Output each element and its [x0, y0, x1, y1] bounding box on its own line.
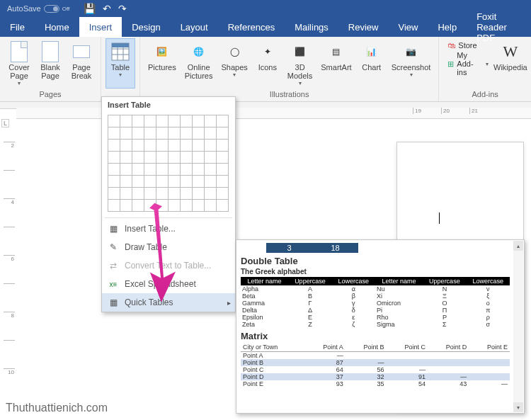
insert-table-header: Insert Table	[102, 97, 235, 113]
table-size-grid[interactable]	[102, 113, 235, 216]
tab-insert[interactable]: Insert	[79, 17, 122, 37]
group-pages: Cover Page▾ Blank Page Page Break Pages	[0, 37, 101, 101]
icons-button[interactable]: ✦Icons	[253, 38, 282, 89]
chevron-down-icon: ▾	[18, 80, 21, 86]
title-bar: AutoSave Off 💾 ↶ ↷	[0, 0, 531, 17]
camera-icon: 📷	[400, 40, 423, 63]
menu-excel-spreadsheet[interactable]: x≡Excel Spreadsheet	[102, 275, 235, 293]
matrix-title: Matrix	[241, 331, 520, 341]
store-icon: 🛍	[447, 41, 455, 50]
screenshot-button[interactable]: 📷Screenshot▾	[388, 38, 435, 89]
cover-page-button[interactable]: Cover Page▾	[4, 38, 34, 89]
group-label: Add-ins	[443, 89, 527, 101]
svg-rect-5	[112, 43, 129, 47]
smartart-icon: ▤	[325, 40, 348, 63]
tab-home[interactable]: Home	[35, 17, 79, 37]
chevron-down-icon: ▾	[410, 72, 413, 78]
table-dropdown: Insert Table ▦Insert Table... ✎Draw Tabl…	[101, 96, 236, 312]
quick-table-icon: ▦	[108, 297, 119, 308]
tab-references[interactable]: References	[218, 17, 285, 37]
watermark: Thuthuattienich.com	[6, 402, 108, 414]
tab-design[interactable]: Design	[122, 17, 170, 37]
autosave-state: Off	[62, 6, 70, 12]
autosave-toggle[interactable]: AutoSave Off	[7, 4, 69, 13]
chevron-down-icon: ▾	[233, 72, 236, 78]
blank-page-button[interactable]: Blank Page	[35, 38, 65, 89]
wikipedia-icon: W	[499, 40, 522, 63]
quick-tables-flyout: 318 Double Table The Greek alphabet Lett…	[236, 239, 525, 414]
text-cursor	[439, 212, 440, 224]
group-illustrations: 🖼️Pictures 🌐Online Pictures ◯Shapes▾ ✦Ic…	[140, 37, 439, 101]
scroll-up-icon[interactable]: ▴	[513, 241, 523, 251]
quick-access-toolbar: 💾 ↶ ↷	[84, 3, 127, 14]
tab-file[interactable]: File	[0, 17, 35, 37]
tab-help[interactable]: Help	[428, 17, 467, 37]
online-picture-icon: 🌐	[188, 40, 210, 63]
menu-quick-tables[interactable]: ▦Quick Tables▸	[102, 293, 235, 312]
chart-button[interactable]: 📊Chart	[357, 38, 387, 89]
menu-insert-table[interactable]: ▦Insert Table...	[102, 220, 235, 238]
tab-mailings[interactable]: Mailings	[285, 17, 338, 37]
chevron-down-icon: ▾	[119, 72, 122, 78]
double-table-title: Double Table	[241, 256, 520, 266]
wikipedia-button[interactable]: WWikipedia	[494, 38, 527, 89]
group-label: Pages	[4, 89, 96, 101]
scroll-down-icon[interactable]: ▾	[513, 402, 523, 412]
chart-icon: 📊	[360, 40, 383, 63]
table-button[interactable]: Table▾	[105, 38, 135, 89]
redo-icon[interactable]: ↷	[118, 3, 127, 14]
toggle-icon	[44, 5, 59, 13]
double-table-sub: The Greek alphabet	[241, 268, 520, 276]
tab-review[interactable]: Review	[338, 17, 389, 37]
icons-icon: ✦	[256, 40, 279, 63]
tab-foxit[interactable]: Foxit Reader PDF	[467, 17, 531, 37]
tab-selector[interactable]: L	[1, 119, 9, 127]
store-button[interactable]: 🛍Store	[447, 41, 488, 50]
online-pictures-button[interactable]: 🌐Online Pictures	[181, 38, 217, 89]
group-tables: Table▾ Tables	[101, 37, 140, 101]
ribbon: Cover Page▾ Blank Page Page Break Pages …	[0, 37, 531, 102]
tab-view[interactable]: View	[388, 17, 428, 37]
chevron-down-icon: ▾	[299, 80, 302, 86]
save-icon[interactable]: 💾	[84, 3, 96, 14]
undo-icon[interactable]: ↶	[103, 3, 111, 14]
convert-icon: ⇄	[108, 260, 119, 271]
ribbon-tabs: File Home Insert Design Layout Reference…	[0, 17, 531, 37]
cube-icon: ⬛	[289, 40, 312, 63]
tab-layout[interactable]: Layout	[171, 17, 218, 37]
pictures-button[interactable]: 🖼️Pictures	[144, 38, 180, 89]
my-addins-button[interactable]: ⊞My Add-ins ▾	[447, 51, 488, 76]
chevron-right-icon: ▸	[227, 299, 231, 307]
matrix-table[interactable]: City or TownPoint APoint BPoint CPoint D…	[241, 343, 510, 387]
addin-icon: ⊞	[447, 59, 454, 69]
horizontal-ruler: 192021	[16, 108, 531, 119]
flyout-scrollbar[interactable]: ▴ ▾	[513, 241, 523, 412]
vertical-ruler: 246810	[4, 142, 15, 392]
excel-icon: x≡	[108, 278, 119, 290]
menu-draw-table[interactable]: ✎Draw Table	[102, 238, 235, 256]
picture-icon: 🖼️	[151, 40, 173, 63]
shapes-button[interactable]: ◯Shapes▾	[218, 38, 251, 89]
shapes-icon: ◯	[223, 40, 246, 63]
pencil-icon: ✎	[108, 242, 119, 253]
table-icon	[109, 40, 132, 63]
greek-alphabet-table[interactable]: Letter nameUppercaseLowercaseLetter name…	[241, 277, 510, 328]
3d-models-button[interactable]: ⬛3D Models▾	[284, 38, 316, 89]
chevron-down-icon: ▾	[486, 61, 489, 67]
preview-calendar-row[interactable]: 318	[266, 243, 358, 253]
grid-icon: ▦	[108, 223, 119, 234]
smartart-button[interactable]: ▤SmartArt	[317, 38, 355, 89]
autosave-label: AutoSave	[7, 4, 41, 13]
group-addins: 🛍Store ⊞My Add-ins ▾ WWikipedia Add-ins	[439, 37, 531, 101]
menu-convert-text: ⇄Convert Text to Table...	[102, 256, 235, 275]
page-break-button[interactable]: Page Break	[67, 38, 96, 89]
